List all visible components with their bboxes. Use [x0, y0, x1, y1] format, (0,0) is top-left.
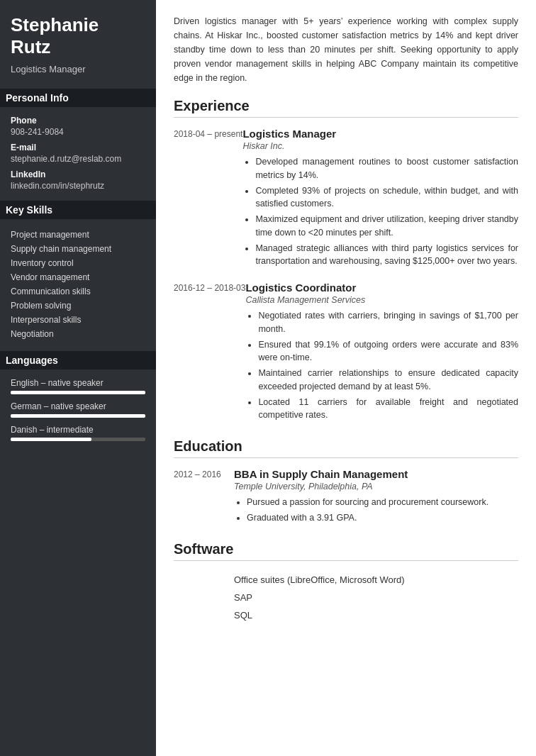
skill-item: Vendor management: [11, 270, 145, 284]
software-heading: Software: [174, 541, 518, 561]
main-content: Driven logistics manager with 5+ years’ …: [156, 0, 536, 756]
skill-item: Project management: [11, 228, 145, 242]
candidate-name: Stephanie Rutz: [11, 14, 145, 58]
language-name: German – native speaker: [11, 401, 145, 411]
software-item: SQL: [174, 606, 518, 624]
software-section: Software Office suites (LibreOffice, Mic…: [174, 541, 518, 624]
personal-info-heading: Personal Info: [0, 89, 156, 107]
linkedin-label: LinkedIn: [11, 169, 145, 179]
skill-item: Problem solving: [11, 299, 145, 313]
phone-value: 908-241-9084: [11, 127, 145, 137]
candidate-title: Logistics Manager: [11, 64, 145, 74]
bullet-item: Maximized equipment and driver utilizati…: [255, 213, 518, 240]
language-bar-bg: [11, 391, 145, 394]
experience-section: Experience 2018-04 – present Logistics M…: [174, 98, 518, 424]
language-bar-fill: [11, 414, 145, 418]
experience-heading: Experience: [174, 98, 518, 118]
bullet-item: Maintained carrier relationships to ensu…: [258, 367, 518, 394]
bullet-item: Negotiated rates with carriers, bringing…: [258, 309, 518, 336]
language-bar-fill: [11, 391, 145, 394]
entry-date: 2016-12 – 2018-03: [174, 282, 245, 424]
skill-item: Negotiation: [11, 327, 145, 341]
education-heading: Education: [174, 438, 518, 458]
skills-list: Project management Supply chain manageme…: [11, 228, 145, 341]
resume-container: Stephanie Rutz Logistics Manager Persona…: [0, 0, 536, 756]
skill-item: Communication skills: [11, 284, 145, 299]
entry-bullets: Negotiated rates with carriers, bringing…: [245, 309, 518, 422]
skill-item: Supply chain management: [11, 242, 145, 256]
entry-title: Logistics Coordinator: [245, 282, 518, 294]
entry-title: BBA in Supply Chain Management: [234, 468, 518, 480]
skills-heading: Key Skills: [0, 201, 156, 219]
language-item: Danish – intermediate: [11, 425, 145, 441]
bullet-item: Located 11 carriers for available freigh…: [258, 396, 518, 423]
entry-content: Logistics Manager Hiskar Inc. Developed …: [242, 128, 518, 270]
phone-label: Phone: [11, 116, 145, 126]
bullet-item: Graduated with a 3.91 GPA.: [247, 511, 518, 525]
entry-company: Callista Management Services: [245, 295, 518, 305]
bullet-item: Developed management routines to boost c…: [255, 155, 518, 182]
entry-content: Logistics Coordinator Callista Managemen…: [245, 282, 518, 424]
bullet-item: Pursued a passion for sourcing and procu…: [247, 496, 518, 509]
entry-bullets: Pursued a passion for sourcing and procu…: [234, 496, 518, 525]
experience-entry: 2018-04 – present Logistics Manager Hisk…: [174, 128, 518, 270]
language-item: German – native speaker: [11, 401, 145, 418]
entry-institution: Temple University, Philadelphia, PA: [234, 482, 518, 491]
entry-company: Hiskar Inc.: [242, 141, 518, 151]
software-item: Office suites (LibreOffice, Microsoft Wo…: [174, 571, 518, 589]
entry-bullets: Developed management routines to boost c…: [242, 155, 518, 268]
email-label: E-mail: [11, 143, 145, 152]
software-item: SAP: [174, 589, 518, 606]
entry-date: 2018-04 – present: [174, 128, 242, 270]
language-bar-bg: [11, 414, 145, 418]
experience-entry: 2016-12 – 2018-03 Logistics Coordinator …: [174, 282, 518, 424]
summary-text: Driven logistics manager with 5+ years’ …: [174, 14, 518, 85]
sidebar: Stephanie Rutz Logistics Manager Persona…: [0, 0, 156, 756]
skill-item: Interpersonal skills: [11, 313, 145, 327]
education-entry: 2012 – 2016 BBA in Supply Chain Manageme…: [174, 468, 518, 527]
bullet-item: Managed strategic alliances with third p…: [255, 242, 518, 269]
language-name: Danish – intermediate: [11, 425, 145, 435]
languages-heading: Languages: [0, 351, 156, 369]
language-name: English – native speaker: [11, 378, 145, 388]
entry-title: Logistics Manager: [242, 128, 518, 140]
bullet-item: Completed 93% of projects on schedule, w…: [255, 184, 518, 211]
linkedin-value: linkedin.com/in/stephrutz: [11, 181, 145, 191]
bullet-item: Ensured that 99.1% of outgoing orders we…: [258, 338, 518, 365]
language-item: English – native speaker: [11, 378, 145, 394]
entry-date: 2012 – 2016: [174, 468, 234, 527]
education-section: Education 2012 – 2016 BBA in Supply Chai…: [174, 438, 518, 527]
skill-item: Inventory control: [11, 256, 145, 270]
email-value: stephanie.d.rutz@reslab.com: [11, 154, 145, 164]
language-bar-fill: [11, 438, 91, 441]
language-bar-bg: [11, 438, 145, 441]
entry-content: BBA in Supply Chain Management Temple Un…: [234, 468, 518, 527]
